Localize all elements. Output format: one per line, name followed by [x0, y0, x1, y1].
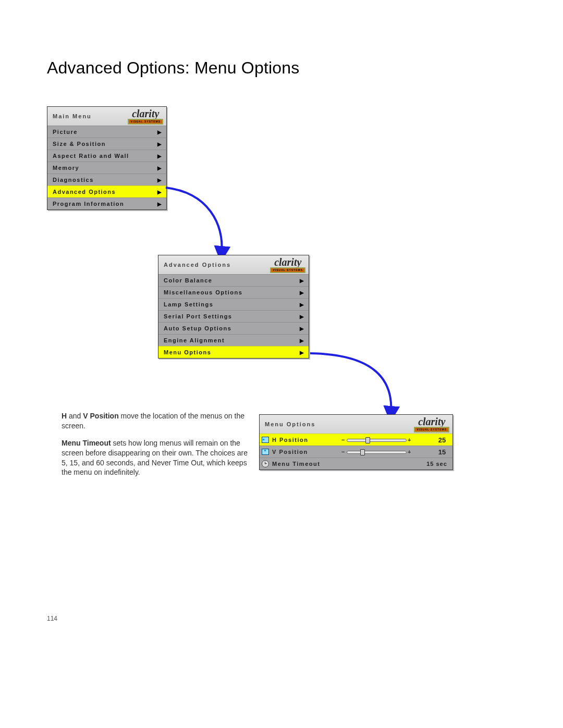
t: and [67, 412, 83, 420]
h-position-value: 25 [432, 436, 452, 444]
clarity-logo: clarity VISUAL SYSTEMS [414, 416, 449, 433]
menuitem-size-position[interactable]: Size & Position▶ [47, 138, 166, 150]
v-position-value: 15 [432, 448, 452, 456]
logo-bar: VISUAL SYSTEMS [414, 427, 449, 433]
label: Lamp Settings [164, 301, 213, 307]
advitem-menu-options[interactable]: Menu Options▶ [158, 346, 309, 358]
clarity-logo: clarity VISUAL SYSTEMS [270, 257, 305, 273]
h-position-icon [262, 437, 269, 443]
chevron-right-icon: ▶ [157, 141, 163, 147]
label: Serial Port Settings [164, 313, 232, 319]
menu-timeout-value: 15 sec [421, 461, 452, 467]
logo-word: clarity [418, 416, 445, 427]
bold-vposition: V Position [83, 412, 118, 420]
minus-icon[interactable]: − [341, 437, 346, 443]
main-menu-panel: Main Menu clarity VISUAL SYSTEMS Picture… [47, 106, 167, 210]
plus-icon[interactable]: + [408, 449, 412, 455]
slider-thumb[interactable] [360, 449, 365, 455]
slider-thumb[interactable] [365, 437, 370, 443]
label: Advanced Options [53, 189, 116, 195]
menuitem-advanced-options[interactable]: Advanced Options▶ [47, 186, 166, 198]
chevron-right-icon: ▶ [157, 189, 163, 195]
chevron-right-icon: ▶ [300, 338, 305, 343]
menu-options-panel: Menu Options clarity VISUAL SYSTEMS H Po… [259, 414, 453, 470]
label: H Position [271, 437, 322, 443]
label: Menu Options [164, 349, 211, 355]
label: Engine Alignment [164, 337, 225, 343]
label: Program Information [53, 201, 124, 207]
chevron-right-icon: ▶ [300, 290, 305, 295]
menu-options-header: Menu Options clarity VISUAL SYSTEMS [260, 415, 452, 434]
chevron-right-icon: ▶ [300, 350, 305, 355]
minus-icon[interactable]: − [341, 449, 346, 455]
label: Size & Position [53, 141, 106, 147]
chevron-right-icon: ▶ [300, 326, 305, 331]
plus-icon[interactable]: + [408, 437, 412, 443]
page-number: 114 [47, 615, 57, 622]
advitem-engine-alignment[interactable]: Engine Alignment▶ [158, 334, 309, 346]
menuitem-aspect-ratio[interactable]: Aspect Ratio and Wall▶ [47, 150, 166, 162]
bold-h: H [62, 412, 67, 420]
label: Picture [53, 129, 78, 135]
advanced-options-title: Advanced Options [164, 262, 231, 268]
label: V Position [271, 449, 322, 455]
bold-menu-timeout: Menu Timeout [62, 439, 111, 447]
advitem-serial-port[interactable]: Serial Port Settings▶ [158, 310, 309, 322]
flow-arrow-2 [308, 349, 401, 422]
logo-bar: VISUAL SYSTEMS [270, 267, 305, 273]
label: Miscellaneous Options [164, 289, 242, 295]
menuitem-memory[interactable]: Memory▶ [47, 162, 166, 174]
chevron-right-icon: ▶ [300, 302, 305, 307]
advitem-misc-options[interactable]: Miscellaneous Options▶ [158, 286, 309, 298]
advitem-auto-setup[interactable]: Auto Setup Options▶ [158, 322, 309, 334]
chevron-right-icon: ▶ [157, 165, 163, 171]
chevron-right-icon: ▶ [157, 201, 163, 207]
advanced-options-panel: Advanced Options clarity VISUAL SYSTEMS … [158, 255, 309, 359]
v-position-slider[interactable] [347, 449, 407, 454]
label: Diagnostics [53, 177, 94, 183]
menuitem-program-info[interactable]: Program Information▶ [47, 198, 166, 209]
menuitem-diagnostics[interactable]: Diagnostics▶ [47, 174, 166, 186]
h-position-slider[interactable] [347, 437, 407, 442]
clarity-logo: clarity VISUAL SYSTEMS [128, 108, 163, 125]
logo-word: clarity [274, 257, 301, 267]
advitem-lamp-settings[interactable]: Lamp Settings▶ [158, 298, 309, 310]
chevron-right-icon: ▶ [157, 153, 163, 159]
chevron-right-icon: ▶ [300, 314, 305, 319]
main-menu-header: Main Menu clarity VISUAL SYSTEMS [47, 107, 166, 126]
chevron-right-icon: ▶ [300, 278, 305, 283]
clock-icon [262, 460, 269, 467]
label: Menu Timeout [271, 461, 322, 467]
logo-word: clarity [132, 108, 159, 119]
row-h-position[interactable]: H Position − + 25 [260, 434, 452, 446]
label: Aspect Ratio and Wall [53, 153, 129, 159]
label: Memory [53, 165, 79, 171]
v-position-icon [262, 449, 269, 455]
flow-arrow-1 [162, 182, 235, 261]
chevron-right-icon: ▶ [157, 129, 163, 135]
chevron-right-icon: ▶ [157, 177, 163, 183]
advanced-options-header: Advanced Options clarity VISUAL SYSTEMS [158, 255, 309, 274]
advitem-color-balance[interactable]: Color Balance▶ [158, 274, 309, 286]
logo-bar: VISUAL SYSTEMS [128, 119, 163, 125]
row-menu-timeout[interactable]: Menu Timeout 15 sec [260, 458, 452, 470]
menu-options-title: Menu Options [265, 421, 315, 427]
row-v-position[interactable]: V Position − + 15 [260, 446, 452, 458]
label: Auto Setup Options [164, 325, 231, 331]
main-menu-title: Main Menu [53, 113, 92, 119]
label: Color Balance [164, 277, 212, 283]
page-title: Advanced Options: Menu Options [47, 58, 300, 78]
description-text: H and V Position move the location of th… [62, 411, 249, 485]
menuitem-picture[interactable]: Picture▶ [47, 126, 166, 138]
